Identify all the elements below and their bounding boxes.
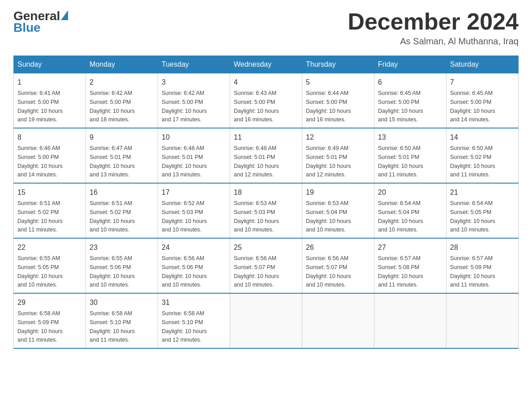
col-wednesday: Wednesday	[230, 56, 302, 73]
day-info: Sunrise: 6:54 AMSunset: 5:05 PMDaylight:…	[450, 200, 495, 233]
day-number: 14	[450, 132, 515, 143]
day-info: Sunrise: 6:50 AMSunset: 5:02 PMDaylight:…	[450, 145, 495, 178]
day-number: 29	[17, 297, 82, 308]
day-number: 26	[306, 242, 370, 253]
day-info: Sunrise: 6:42 AMSunset: 5:00 PMDaylight:…	[162, 90, 207, 123]
day-number: 9	[90, 132, 154, 143]
table-row: 28 Sunrise: 6:57 AMSunset: 5:09 PMDaylig…	[446, 238, 519, 293]
logo-blue-text: Blue	[13, 21, 41, 35]
day-info: Sunrise: 6:43 AMSunset: 5:00 PMDaylight:…	[234, 90, 279, 123]
day-number: 27	[378, 242, 442, 253]
calendar-week-row: 1 Sunrise: 6:41 AMSunset: 5:00 PMDayligh…	[14, 73, 519, 128]
table-row: 13 Sunrise: 6:50 AMSunset: 5:01 PMDaylig…	[374, 128, 446, 183]
table-row: 30 Sunrise: 6:58 AMSunset: 5:10 PMDaylig…	[86, 293, 158, 348]
table-row: 9 Sunrise: 6:47 AMSunset: 5:01 PMDayligh…	[86, 128, 158, 183]
day-info: Sunrise: 6:55 AMSunset: 5:06 PMDaylight:…	[90, 255, 135, 288]
day-info: Sunrise: 6:45 AMSunset: 5:00 PMDaylight:…	[378, 90, 423, 123]
col-sunday: Sunday	[14, 56, 86, 73]
day-info: Sunrise: 6:56 AMSunset: 5:07 PMDaylight:…	[306, 255, 351, 288]
day-info: Sunrise: 6:45 AMSunset: 5:00 PMDaylight:…	[450, 90, 495, 123]
day-number: 30	[90, 297, 154, 308]
day-info: Sunrise: 6:57 AMSunset: 5:09 PMDaylight:…	[450, 255, 495, 288]
day-info: Sunrise: 6:50 AMSunset: 5:01 PMDaylight:…	[378, 145, 423, 178]
day-number: 6	[378, 77, 442, 88]
day-number: 24	[162, 242, 226, 253]
table-row: 26 Sunrise: 6:56 AMSunset: 5:07 PMDaylig…	[302, 238, 374, 293]
day-info: Sunrise: 6:53 AMSunset: 5:03 PMDaylight:…	[234, 200, 279, 233]
day-info: Sunrise: 6:42 AMSunset: 5:00 PMDaylight:…	[90, 90, 135, 123]
day-info: Sunrise: 6:58 AMSunset: 5:09 PMDaylight:…	[17, 310, 63, 343]
day-info: Sunrise: 6:44 AMSunset: 5:00 PMDaylight:…	[306, 90, 351, 123]
calendar-week-row: 29 Sunrise: 6:58 AMSunset: 5:09 PMDaylig…	[14, 293, 519, 348]
table-row: 3 Sunrise: 6:42 AMSunset: 5:00 PMDayligh…	[158, 73, 230, 128]
day-number: 10	[162, 132, 226, 143]
col-monday: Monday	[86, 56, 158, 73]
table-row: 29 Sunrise: 6:58 AMSunset: 5:09 PMDaylig…	[14, 293, 86, 348]
day-number: 1	[17, 77, 82, 88]
col-tuesday: Tuesday	[158, 56, 230, 73]
day-number: 12	[306, 132, 370, 143]
day-number: 4	[234, 77, 298, 88]
table-row	[302, 293, 374, 348]
calendar-week-row: 8 Sunrise: 6:46 AMSunset: 5:00 PMDayligh…	[14, 128, 519, 183]
day-info: Sunrise: 6:58 AMSunset: 5:10 PMDaylight:…	[162, 310, 207, 343]
day-info: Sunrise: 6:51 AMSunset: 5:02 PMDaylight:…	[90, 200, 135, 233]
table-row: 23 Sunrise: 6:55 AMSunset: 5:06 PMDaylig…	[86, 238, 158, 293]
day-info: Sunrise: 6:47 AMSunset: 5:01 PMDaylight:…	[90, 145, 135, 178]
table-row: 8 Sunrise: 6:46 AMSunset: 5:00 PMDayligh…	[14, 128, 86, 183]
day-info: Sunrise: 6:48 AMSunset: 5:01 PMDaylight:…	[162, 145, 207, 178]
month-title: December 2024	[348, 9, 519, 34]
day-number: 31	[162, 297, 226, 308]
day-info: Sunrise: 6:57 AMSunset: 5:08 PMDaylight:…	[378, 255, 423, 288]
table-row: 1 Sunrise: 6:41 AMSunset: 5:00 PMDayligh…	[14, 73, 86, 128]
day-info: Sunrise: 6:52 AMSunset: 5:03 PMDaylight:…	[162, 200, 207, 233]
table-row: 20 Sunrise: 6:54 AMSunset: 5:04 PMDaylig…	[374, 183, 446, 238]
day-number: 19	[306, 187, 370, 198]
table-row: 5 Sunrise: 6:44 AMSunset: 5:00 PMDayligh…	[302, 73, 374, 128]
day-number: 25	[234, 242, 298, 253]
day-info: Sunrise: 6:55 AMSunset: 5:05 PMDaylight:…	[17, 255, 63, 288]
table-row: 15 Sunrise: 6:51 AMSunset: 5:02 PMDaylig…	[14, 183, 86, 238]
day-number: 8	[17, 132, 82, 143]
calendar-header-row: Sunday Monday Tuesday Wednesday Thursday…	[14, 56, 519, 73]
logo-triangle-icon	[61, 10, 68, 20]
table-row: 17 Sunrise: 6:52 AMSunset: 5:03 PMDaylig…	[158, 183, 230, 238]
day-number: 21	[450, 187, 515, 198]
location-subtitle: As Salman, Al Muthanna, Iraq	[348, 36, 519, 47]
col-thursday: Thursday	[302, 56, 374, 73]
title-area: December 2024 As Salman, Al Muthanna, Ir…	[348, 9, 519, 47]
day-info: Sunrise: 6:54 AMSunset: 5:04 PMDaylight:…	[378, 200, 423, 233]
table-row: 11 Sunrise: 6:48 AMSunset: 5:01 PMDaylig…	[230, 128, 302, 183]
table-row: 6 Sunrise: 6:45 AMSunset: 5:00 PMDayligh…	[374, 73, 446, 128]
table-row: 22 Sunrise: 6:55 AMSunset: 5:05 PMDaylig…	[14, 238, 86, 293]
day-number: 20	[378, 187, 442, 198]
calendar-week-row: 15 Sunrise: 6:51 AMSunset: 5:02 PMDaylig…	[14, 183, 519, 238]
day-info: Sunrise: 6:48 AMSunset: 5:01 PMDaylight:…	[234, 145, 279, 178]
calendar-table: Sunday Monday Tuesday Wednesday Thursday…	[13, 56, 519, 349]
table-row: 10 Sunrise: 6:48 AMSunset: 5:01 PMDaylig…	[158, 128, 230, 183]
col-saturday: Saturday	[446, 56, 519, 73]
table-row: 2 Sunrise: 6:42 AMSunset: 5:00 PMDayligh…	[86, 73, 158, 128]
day-number: 22	[17, 242, 82, 253]
header: General Blue December 2024 As Salman, Al…	[13, 9, 519, 47]
day-number: 23	[90, 242, 154, 253]
table-row	[374, 293, 446, 348]
table-row	[230, 293, 302, 348]
day-info: Sunrise: 6:51 AMSunset: 5:02 PMDaylight:…	[17, 200, 63, 233]
table-row	[446, 293, 519, 348]
table-row: 18 Sunrise: 6:53 AMSunset: 5:03 PMDaylig…	[230, 183, 302, 238]
day-info: Sunrise: 6:46 AMSunset: 5:00 PMDaylight:…	[17, 145, 63, 178]
logo: General Blue	[13, 9, 69, 35]
table-row: 27 Sunrise: 6:57 AMSunset: 5:08 PMDaylig…	[374, 238, 446, 293]
day-number: 2	[90, 77, 154, 88]
day-number: 11	[234, 132, 298, 143]
day-number: 13	[378, 132, 442, 143]
table-row: 14 Sunrise: 6:50 AMSunset: 5:02 PMDaylig…	[446, 128, 519, 183]
day-info: Sunrise: 6:53 AMSunset: 5:04 PMDaylight:…	[306, 200, 351, 233]
day-info: Sunrise: 6:49 AMSunset: 5:01 PMDaylight:…	[306, 145, 351, 178]
day-number: 3	[162, 77, 226, 88]
table-row: 7 Sunrise: 6:45 AMSunset: 5:00 PMDayligh…	[446, 73, 519, 128]
day-number: 28	[450, 242, 515, 253]
table-row: 19 Sunrise: 6:53 AMSunset: 5:04 PMDaylig…	[302, 183, 374, 238]
table-row: 31 Sunrise: 6:58 AMSunset: 5:10 PMDaylig…	[158, 293, 230, 348]
